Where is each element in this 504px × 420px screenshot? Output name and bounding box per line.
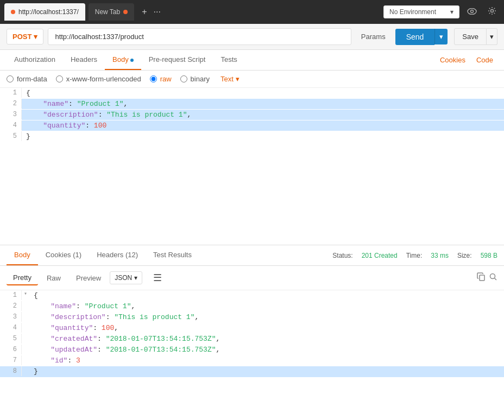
format-icons (477, 272, 497, 283)
tab-body[interactable]: Body (105, 50, 141, 70)
line-content: "quantity": 100, (29, 323, 504, 333)
json-format-dropdown[interactable]: JSON ▾ (110, 271, 142, 284)
tab-localhost[interactable]: http://localhost:1337/ (4, 3, 85, 21)
tab-headers[interactable]: Headers (63, 50, 105, 70)
add-tab-button[interactable]: + (140, 5, 149, 19)
line-content: "description": "This is product 1", (29, 312, 504, 322)
method-label: POST (12, 33, 32, 41)
headers-count-badge: (12) (125, 251, 138, 259)
text-format-dropdown[interactable]: Text ▾ (220, 75, 240, 83)
status-value: 201 Created (362, 252, 398, 259)
size-value: 598 B (481, 252, 497, 259)
more-tabs-button[interactable]: ··· (152, 5, 163, 19)
response-headers-tab[interactable]: Headers (12) (89, 245, 146, 265)
svg-point-4 (490, 274, 495, 279)
chevron-down-icon: ▾ (450, 8, 453, 16)
binary-option[interactable]: binary (180, 75, 210, 83)
tab-url-label: http://localhost:1337/ (18, 8, 79, 16)
tab-dot-2 (123, 10, 128, 14)
form-data-radio[interactable] (7, 75, 14, 82)
form-data-option[interactable]: form-data (7, 75, 47, 83)
save-dropdown-button[interactable]: ▾ (487, 28, 497, 45)
urlencoded-option[interactable]: x-www-form-urlencoded (56, 75, 141, 83)
params-button[interactable]: Params (356, 29, 391, 44)
tab-nav-right: Cookies Code (436, 50, 497, 69)
body-options: form-data x-www-form-urlencoded raw bina… (0, 71, 504, 88)
line-content: "name": "Product 1", (22, 99, 504, 109)
time-label: Time: (406, 252, 423, 259)
gear-icon (488, 7, 496, 15)
json-chevron-icon: ▾ (134, 274, 137, 282)
tab-pre-request[interactable]: Pre-request Script (141, 50, 213, 70)
body-active-dot (130, 59, 134, 62)
env-dropdown[interactable]: No Environment ▾ (383, 5, 459, 18)
line-content: "createdAt": "2018-01-07T13:54:15.753Z", (29, 334, 504, 344)
request-tab-nav: Authorization Headers Body Pre-request S… (0, 50, 504, 71)
response-cookies-tab[interactable]: Cookies (1) (38, 245, 90, 265)
save-button[interactable]: Save (454, 28, 487, 45)
svg-point-0 (468, 9, 476, 15)
line-content: "id": 3 (29, 355, 504, 366)
response-body-tab[interactable]: Body (7, 245, 38, 265)
response-test-results-tab[interactable]: Test Results (146, 245, 199, 265)
copy-icon-button[interactable] (477, 272, 486, 283)
binary-radio[interactable] (180, 75, 187, 82)
code-line-2: 2 "name": "Product 1", (0, 99, 504, 110)
cookies-link[interactable]: Cookies (436, 50, 470, 69)
send-btn-group: Send ▾ (395, 29, 448, 45)
url-input[interactable] (48, 28, 351, 45)
preview-tab[interactable]: Preview (70, 271, 108, 285)
method-selector[interactable]: POST ▾ (7, 29, 43, 44)
size-label: Size: (457, 252, 472, 259)
line-content: "description": "This is product 1", (22, 110, 504, 120)
tab-new[interactable]: New Tab (89, 3, 134, 21)
line-number: 6 (0, 345, 22, 354)
send-button[interactable]: Send (395, 29, 435, 45)
resp-line-7: 7 "id": 3 (0, 355, 504, 366)
resp-line-5: 5 "createdAt": "2018-01-07T13:54:15.753Z… (0, 334, 504, 345)
line-number: 1 (0, 88, 22, 98)
tab-tests[interactable]: Tests (213, 50, 244, 70)
time-value: 33 ms (431, 252, 449, 259)
pretty-tab[interactable]: Pretty (7, 271, 38, 285)
raw-radio[interactable] (150, 75, 157, 82)
resp-line-3: 3 "description": "This is product 1", (0, 312, 504, 323)
line-number: 7 (0, 355, 22, 365)
new-tab-label: New Tab (95, 8, 120, 16)
svg-rect-3 (480, 275, 484, 281)
collapse-toggle[interactable]: ▾ (22, 290, 29, 297)
raw-tab[interactable]: Raw (40, 271, 67, 285)
response-tab-bar: Body Cookies (1) Headers (12) Test Resul… (0, 245, 504, 266)
headers-tab-label: Headers (97, 251, 123, 259)
tab-actions: + ··· (140, 5, 163, 19)
code-line-5: 5 } (0, 131, 504, 142)
line-number: 2 (0, 99, 22, 109)
line-content: } (29, 366, 504, 377)
line-content: "quantity": 100 (22, 120, 504, 131)
wrap-lines-button[interactable]: ☰ (147, 269, 168, 287)
env-label: No Environment (389, 8, 436, 16)
line-number: 3 (0, 312, 22, 322)
request-body-editor[interactable]: 1 { 2 "name": "Product 1", 3 "descriptio… (0, 88, 504, 245)
text-format-label: Text (220, 75, 234, 83)
line-number: 1 (0, 290, 22, 300)
line-content: } (22, 131, 504, 142)
send-dropdown-button[interactable]: ▾ (434, 29, 448, 44)
line-number: 8 (0, 366, 22, 376)
urlencoded-radio[interactable] (56, 75, 63, 82)
raw-option[interactable]: raw (150, 75, 172, 83)
svg-point-2 (491, 10, 494, 12)
resp-line-4: 4 "quantity": 100, (0, 323, 504, 334)
tab-authorization[interactable]: Authorization (7, 50, 63, 70)
gear-icon-button[interactable] (484, 4, 500, 20)
search-icon (489, 272, 497, 281)
search-icon-button[interactable] (489, 272, 497, 283)
cookies-count-badge: (1) (73, 251, 81, 259)
code-link[interactable]: Code (472, 50, 497, 69)
cookies-tab-label: Cookies (46, 251, 71, 259)
line-number: 4 (0, 120, 22, 130)
eye-icon-button[interactable] (464, 5, 480, 19)
top-bar: http://localhost:1337/ New Tab + ··· No … (0, 0, 504, 24)
code-line-3: 3 "description": "This is product 1", (0, 110, 504, 120)
code-line-1: 1 { (0, 88, 504, 99)
